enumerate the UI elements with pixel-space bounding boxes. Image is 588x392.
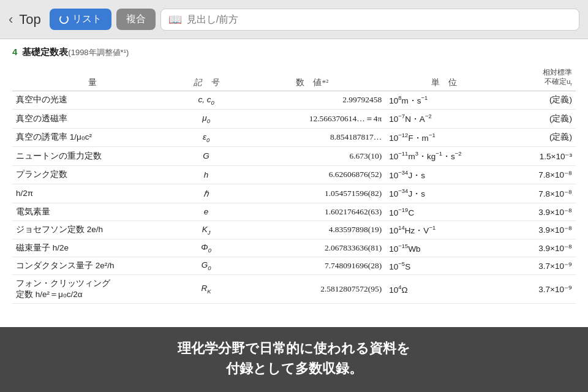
table-row: 電気素量e1.602176462(63)10−19C3.9×10⁻⁸: [12, 203, 576, 221]
cell-unc: (定義): [502, 91, 576, 110]
back-icon[interactable]: ‹: [9, 12, 13, 28]
data-table: 量 記 号 数 値*² 単 位 相対標準不確定ur 真空中の光速c, c02.9…: [12, 66, 576, 304]
cell-ryou: フォン・クリッツィング定数 h/e²＝μ₀c/2α: [12, 275, 173, 304]
cell-unc: (定義): [502, 110, 576, 129]
cell-value: 2.067833636(81): [239, 239, 385, 257]
cell-ryou: 磁束量子 h/2e: [12, 239, 173, 257]
refresh-icon: [59, 15, 69, 24]
cell-kigo: ε0: [173, 128, 239, 147]
cell-unit: 10−34J・s: [385, 184, 502, 203]
cell-unit: 10−12F・m−1: [385, 128, 502, 147]
cell-unc: 3.7×10⁻⁹: [502, 257, 576, 275]
cell-kigo: μ0: [173, 110, 239, 129]
header-value: 数 値*²: [239, 66, 385, 91]
cell-kigo: ℏ: [173, 184, 239, 203]
cell-unit: 10−11m3・kg−1・s−2: [385, 147, 502, 166]
cell-ryou: ニュートンの重力定数: [12, 147, 173, 166]
cell-ryou: プランク定数: [12, 165, 173, 184]
cell-value: 1.054571596(82): [239, 184, 385, 203]
table-row: 真空中の光速c, c02.99792458108m・s−1(定義): [12, 91, 576, 110]
header-kigo: 記 号: [173, 66, 239, 91]
cell-ryou: 真空の誘電率 1/μ₀c²: [12, 128, 173, 147]
cell-unc: 1.5×10⁻³: [502, 147, 576, 166]
section-title-text: 基礎定数表: [22, 47, 68, 57]
cell-unc: 7.8×10⁻⁸: [502, 165, 576, 184]
cell-unit: 10−34J・s: [385, 165, 502, 184]
cell-value: 6.673(10): [239, 147, 385, 166]
cell-value: 12.566370614…＝4π: [239, 110, 385, 129]
table-row: フォン・クリッツィング定数 h/e²＝μ₀c/2αRK2.5812807572(…: [12, 275, 576, 304]
cell-ryou: 電気素量: [12, 203, 173, 221]
section-heading: 4 基礎定数表(1998年調整値*¹): [12, 47, 576, 58]
cell-ryou: コンダクタンス量子 2e²/h: [12, 257, 173, 275]
section-title: 基礎定数表(1998年調整値*¹): [22, 47, 129, 58]
cell-unit: 104Ω: [385, 275, 502, 304]
cell-unc: 3.9×10⁻⁸: [502, 221, 576, 239]
cell-kigo: c, c0: [173, 91, 239, 110]
cell-kigo: KJ: [173, 221, 239, 239]
table-row: ジョセフソン定数 2e/hKJ4.83597898(19)1014Hz・V−13…: [12, 221, 576, 239]
cell-value: 6.62606876(52): [239, 165, 385, 184]
overlay-banner: 理化学分野で日常的に使われる資料を 付録として多数収録。: [0, 327, 588, 392]
cell-unit: 10−19C: [385, 203, 502, 221]
search-input[interactable]: [187, 14, 571, 25]
book-icon: 📖: [168, 13, 182, 26]
list-button[interactable]: リスト: [50, 9, 111, 30]
content-area: 4 基礎定数表(1998年調整値*¹) 量 記 号 数 値*² 単 位 相対標準…: [0, 39, 588, 392]
cell-unit: 108m・s−1: [385, 91, 502, 110]
cell-value: 8.854187817…: [239, 128, 385, 147]
top-bar: ‹ Top リスト 複合 📖: [0, 0, 588, 39]
table-row: ニュートンの重力定数G6.673(10)10−11m3・kg−1・s−21.5×…: [12, 147, 576, 166]
cell-value: 7.748091696(28): [239, 257, 385, 275]
search-box: 📖: [160, 9, 579, 31]
cell-unc: 3.9×10⁻⁸: [502, 239, 576, 257]
table-row: 磁束量子 h/2eΦ02.067833636(81)10−15Wb3.9×10⁻…: [12, 239, 576, 257]
table-body: 真空中の光速c, c02.99792458108m・s−1(定義)真空の透磁率μ…: [12, 91, 576, 304]
cell-kigo: G: [173, 147, 239, 166]
cell-unc: 3.7×10⁻⁹: [502, 275, 576, 304]
cell-value: 2.5812807572(95): [239, 275, 385, 304]
cell-unit: 1014Hz・V−1: [385, 221, 502, 239]
fukugo-button[interactable]: 複合: [116, 9, 156, 30]
table-row: h/2πℏ1.054571596(82)10−34J・s7.8×10⁻⁸: [12, 184, 576, 203]
cell-value: 4.83597898(19): [239, 221, 385, 239]
table-row: プランク定数h6.62606876(52)10−34J・s7.8×10⁻⁸: [12, 165, 576, 184]
cell-kigo: Φ0: [173, 239, 239, 257]
cell-kigo: G0: [173, 257, 239, 275]
cell-value: 2.99792458: [239, 91, 385, 110]
section-note: (1998年調整値*¹): [68, 48, 129, 57]
cell-ryou: 真空の透磁率: [12, 110, 173, 129]
cell-kigo: RK: [173, 275, 239, 304]
overlay-line2: 付録として多数収録。: [226, 361, 363, 376]
cell-ryou: ジョセフソン定数 2e/h: [12, 221, 173, 239]
cell-unit: 10−5S: [385, 257, 502, 275]
cell-value: 1.602176462(63): [239, 203, 385, 221]
table-row: コンダクタンス量子 2e²/hG07.748091696(28)10−5S3.7…: [12, 257, 576, 275]
overlay-line1: 理化学分野で日常的に使われる資料を: [178, 341, 410, 356]
table-row: 真空の誘電率 1/μ₀c²ε08.854187817…10−12F・m−1(定義…: [12, 128, 576, 147]
cell-ryou: h/2π: [12, 184, 173, 203]
cell-ryou: 真空中の光速: [12, 91, 173, 110]
header-unit: 単 位: [385, 66, 502, 91]
top-label[interactable]: Top: [19, 12, 40, 28]
cell-unc: 7.8×10⁻⁸: [502, 184, 576, 203]
cell-unc: (定義): [502, 128, 576, 147]
section-number: 4: [12, 47, 17, 57]
cell-unit: 10−15Wb: [385, 239, 502, 257]
cell-kigo: h: [173, 165, 239, 184]
table-row: 真空の透磁率μ012.566370614…＝4π10−7N・A−2(定義): [12, 110, 576, 129]
header-unc: 相対標準不確定ur: [502, 66, 576, 91]
cell-unit: 10−7N・A−2: [385, 110, 502, 129]
list-button-label: リスト: [72, 13, 102, 26]
cell-unc: 3.9×10⁻⁸: [502, 203, 576, 221]
cell-kigo: e: [173, 203, 239, 221]
header-ryou: 量: [12, 66, 173, 91]
